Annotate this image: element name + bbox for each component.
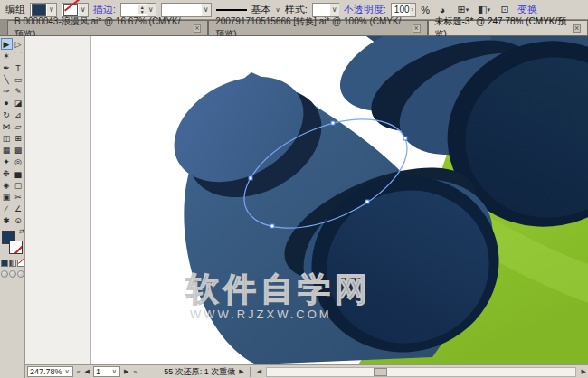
document-tab-bar: B 0000043-浪漫风.ai* @ 16.67% (CMYK/预览) × 2…: [0, 20, 588, 36]
pasteboard-strip: [25, 36, 90, 364]
tool-selection[interactable]: ▶: [1, 38, 13, 50]
watermark-title: 软件自学网: [185, 270, 372, 307]
stroke-weight-stepper[interactable]: ▲▼: [138, 5, 147, 14]
horizontal-scrollbar[interactable]: [266, 367, 576, 377]
artwork-svg: 软件自学网 WWW.RJZXW.COM: [25, 36, 588, 364]
status-menu-arrow-icon[interactable]: ▶: [238, 368, 244, 375]
opacity-unit-label: %: [421, 5, 430, 15]
chevron-down-icon: ∨: [79, 4, 88, 16]
gradient-button[interactable]: [9, 260, 16, 267]
swap-fill-stroke-icon[interactable]: ⇄: [19, 228, 24, 235]
illustrator-window: 编组 ∨ ∨ 描边: ▲▼ ∨ ∨ 基本 ∨ 样式: ∨ 不透明度: 100: [0, 0, 588, 378]
paint-style-buttons: [0, 260, 24, 267]
selection-type-label: 编组: [5, 3, 25, 16]
tool-paintbrush[interactable]: ✑: [1, 85, 13, 97]
draw-normal-button[interactable]: [1, 270, 8, 278]
tool-mesh[interactable]: ▦: [1, 144, 13, 156]
tool-rectangle[interactable]: ▭: [13, 73, 24, 85]
tool-live-paint-selection[interactable]: ▢: [13, 179, 24, 191]
tool-artboard[interactable]: ▣: [1, 191, 13, 203]
tool-scale[interactable]: ⊿: [13, 109, 24, 120]
tool-blob-brush[interactable]: ●: [1, 97, 13, 109]
scroll-left-icon[interactable]: ◀: [255, 368, 263, 375]
chevron-down-icon: ∨: [47, 4, 56, 16]
tool-type[interactable]: T: [13, 61, 24, 73]
anchor-point[interactable]: [249, 176, 252, 180]
stroke-none-swatch[interactable]: [63, 4, 78, 16]
zoom-level-combo[interactable]: 247.78% ∨: [27, 366, 73, 377]
close-icon[interactable]: ×: [413, 24, 421, 33]
draw-mode-buttons: [0, 270, 24, 278]
tool-grid: ▶▷✶⌒✒T╲▭✑✎●◪↻⊿⋈▱◫⊞▦▩✦◎❉▅◈▢▣✂∕∠✱⊙: [0, 38, 24, 226]
chevron-right-icon: ›: [410, 4, 416, 16]
chevron-down-icon: ∨: [111, 368, 118, 375]
scrollbar-thumb[interactable]: [374, 368, 387, 376]
tool-pen[interactable]: ✒: [1, 61, 13, 73]
artboard-number-value: 1: [96, 367, 109, 376]
chevron-down-icon: ∨: [64, 368, 71, 375]
style-label: 样式:: [285, 3, 308, 16]
tool-blend[interactable]: ◎: [13, 156, 24, 167]
anchor-point[interactable]: [331, 121, 335, 125]
tab-document-2[interactable]: 200791710515666 [转换].ai* @ 100% (CMYK/预览…: [208, 20, 427, 35]
opacity-panel-link[interactable]: 不透明度:: [344, 3, 386, 16]
color-button[interactable]: [1, 260, 8, 267]
chevron-down-icon: ∨: [202, 4, 211, 16]
tool-width[interactable]: ⋈: [1, 120, 13, 132]
tool-magic-wand[interactable]: ✶: [1, 50, 13, 61]
tool-knife[interactable]: ∕: [1, 203, 13, 214]
draw-behind-button[interactable]: [9, 270, 16, 278]
prev-artboard-button[interactable]: ◀: [84, 368, 90, 375]
tool-symbol-sprayer[interactable]: ❉: [1, 167, 13, 179]
next-artboard-button[interactable]: ▶: [123, 368, 129, 375]
status-bar: 247.78% ∨ « ◀ 1 ∨ ▶ » 55 次还原: 1 次重做 ▶ ◀ …: [25, 364, 588, 378]
fill-stroke-indicator: ⇄: [1, 230, 24, 257]
close-icon[interactable]: ×: [194, 24, 202, 33]
opacity-value: 100: [394, 5, 410, 14]
first-artboard-button[interactable]: «: [76, 369, 81, 375]
tool-perspective-grid[interactable]: ⊞: [13, 132, 24, 144]
chevron-down-icon: ∨: [147, 4, 156, 16]
tool-slice[interactable]: ✂: [13, 191, 24, 203]
zoom-level-value: 247.78%: [30, 367, 62, 376]
tool-zoom[interactable]: ⊙: [13, 214, 24, 226]
divider: [250, 367, 251, 377]
tool-measure[interactable]: ∠: [13, 203, 24, 214]
tool-eraser[interactable]: ◪: [13, 97, 24, 109]
tool-column-graph[interactable]: ▅: [13, 167, 24, 179]
close-icon[interactable]: ×: [573, 24, 581, 33]
scroll-right-icon[interactable]: ▶: [580, 368, 588, 375]
anchor-point[interactable]: [403, 137, 407, 140]
canvas-area[interactable]: 软件自学网 WWW.RJZXW.COM: [25, 36, 588, 364]
brush-definition-value[interactable]: 基本: [251, 3, 271, 16]
tools-panel: ▶▷✶⌒✒T╲▭✑✎●◪↻⊿⋈▱◫⊞▦▩✦◎❉▅◈▢▣✂∕∠✱⊙ ⇄: [0, 36, 25, 378]
tool-free-transform[interactable]: ▱: [13, 120, 24, 132]
chevron-down-icon[interactable]: ∨: [276, 6, 280, 14]
chevron-down-icon: ∨: [330, 4, 339, 16]
brush-stroke-preview: [216, 9, 247, 11]
tool-lasso[interactable]: ⌒: [13, 50, 24, 61]
anchor-point[interactable]: [270, 224, 274, 228]
tool-pencil[interactable]: ✎: [13, 85, 24, 97]
artboard-number-combo[interactable]: 1 ∨: [93, 366, 120, 377]
tool-eyedropper[interactable]: ✦: [1, 156, 13, 167]
tool-direct-selection[interactable]: ▷: [13, 38, 24, 50]
draw-inside-button[interactable]: [17, 270, 24, 278]
none-button[interactable]: [17, 260, 24, 267]
tool-hand[interactable]: ✱: [1, 214, 13, 226]
transform-link[interactable]: 变换: [517, 3, 537, 16]
stroke-panel-link[interactable]: 描边:: [93, 3, 116, 16]
tool-line-segment[interactable]: ╲: [1, 73, 13, 85]
stroke-color-box[interactable]: [9, 241, 23, 254]
fill-color-swatch[interactable]: [32, 4, 46, 16]
tool-live-paint-bucket[interactable]: ◈: [1, 179, 13, 191]
tab-document-3-active[interactable]: 未标题-3* @ 247.78% (CMYK/预览) ×: [428, 20, 588, 35]
undo-status-text: 55 次还原: 1 次重做: [164, 366, 235, 378]
tab-document-1[interactable]: B 0000043-浪漫风.ai* @ 16.67% (CMYK/预览) ×: [7, 20, 208, 35]
tool-rotate[interactable]: ↻: [1, 109, 13, 120]
watermark-url: WWW.RJZXW.COM: [190, 307, 332, 321]
last-artboard-button[interactable]: »: [132, 369, 138, 375]
anchor-point[interactable]: [365, 200, 369, 203]
tool-gradient[interactable]: ▩: [13, 144, 24, 156]
tool-shape-builder[interactable]: ◫: [1, 132, 13, 144]
